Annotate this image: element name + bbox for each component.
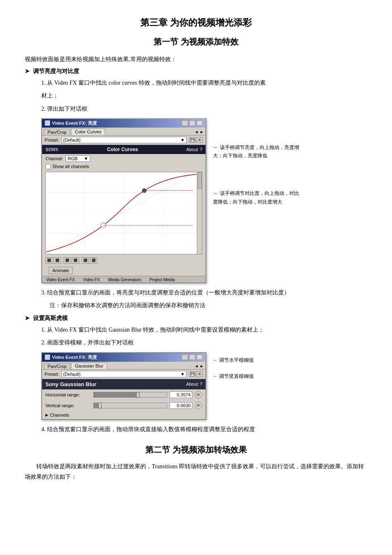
channel-dropdown[interactable]: RGB ▼ <box>66 155 90 162</box>
gb-titlebar-controls[interactable]: _ □ ✕ <box>182 354 203 360</box>
bullet-arrow-icon: ➤ <box>25 68 30 75</box>
gb-horizontal-label: Horizontal range: <box>45 392 91 397</box>
channel-row: Channel RGB ▼ <box>42 154 205 163</box>
step-1-num: 1. 从 Video FX 窗口中找出 color curves 特效，拖动到时… <box>41 80 266 86</box>
bottom-tab-videoeventfx[interactable]: Video Event FX <box>44 277 77 282</box>
preset-save-icon[interactable]: 💾 <box>189 137 196 143</box>
gb-plugin-help: About ? <box>186 382 202 387</box>
gb-preset-icons: 💾 ✕ <box>189 371 203 377</box>
gb-preset-save-icon[interactable]: 💾 <box>189 371 196 377</box>
curves-area[interactable] <box>45 172 202 254</box>
gb-maximize-button[interactable]: □ <box>189 354 196 360</box>
tab-arrow-right-icon[interactable]: ► <box>200 130 204 134</box>
preset-dropdown[interactable]: (Default) ▼ <box>61 137 187 143</box>
annotation-horizontal-text: 调节水平模糊值 <box>219 357 254 363</box>
gaussian-step-4: 4. 结合预览窗口显示的画面，拖动滑块或直接输入数值将模糊程度调整至合适的程度 <box>41 424 367 434</box>
tab-colorcurves[interactable]: Color Curves <box>71 128 105 135</box>
bottom-tab-videofx[interactable]: Video FX <box>80 277 102 282</box>
gb-minimize-button[interactable]: _ <box>182 354 188 360</box>
curves-bottom-icons: ⬛ ⬛ ⬛ ⬛ ⬛ ⬛ <box>42 256 205 265</box>
curves-svg <box>46 172 202 254</box>
curves-area-container <box>42 172 205 254</box>
gb-horizontal-value[interactable]: 0.3574 <box>170 391 192 398</box>
curves-titlebar: Video Event FX: 亮度 _ □ ✕ <box>42 119 205 128</box>
preset-value: (Default) <box>63 138 80 142</box>
show-channels-label: Show all channels <box>52 164 89 169</box>
gb-titlebar-icon <box>45 354 50 360</box>
about-button[interactable]: About <box>186 147 198 152</box>
gb-tab-gaussian[interactable]: Gaussian Blur <box>71 363 107 369</box>
plugin-name: Color Curves <box>107 147 138 152</box>
help-button[interactable]: ? <box>200 147 202 152</box>
channel-label: Channel <box>45 156 62 161</box>
gb-vertical-thumb[interactable] <box>98 403 102 408</box>
gb-tab-arrow-left-icon[interactable]: ◄ <box>194 364 198 368</box>
gb-about-button[interactable]: About <box>186 382 198 387</box>
ic-btn-2[interactable]: ⬛ <box>54 257 61 264</box>
annotation-vertical-text: 调节竖直模糊值 <box>219 373 254 379</box>
gb-channels-row[interactable]: ▶ Channels <box>42 411 205 419</box>
gb-titlebar: Video Event FX: 亮度 _ □ ✕ <box>42 353 205 362</box>
gb-preset-close-icon[interactable]: ✕ <box>196 371 203 377</box>
section2-text: 转场特效是两段素材衔接时加上过渡效果的，Transitions 即转场特效中提供… <box>25 461 367 482</box>
maximize-button[interactable]: □ <box>189 120 196 126</box>
channel-value: RGB <box>68 156 78 161</box>
titlebar-icon <box>45 120 50 126</box>
bottom-tab-projectmedia[interactable]: Project Media <box>147 277 177 282</box>
gb-vertical-row: Vertical range: 0.0630 ⟳ <box>42 400 205 411</box>
annotation-brightness-text: 该手柄调节亮度，向上拖动，亮度增大；向下拖动，亮度降低 <box>213 145 299 159</box>
gb-horizontal-circle-button[interactable]: ⟳ <box>195 391 202 398</box>
section1-title: 第一节 为视频添加特效 <box>25 36 367 47</box>
bullet-gaussian: ➤ 设置高斯虎模 <box>25 315 367 322</box>
ic-btn-3[interactable]: ⬛ <box>64 257 71 264</box>
gaussian-step-2: 2. 画面变得模糊，并弹出如下对话框 <box>41 337 367 348</box>
gb-horizontal-fill <box>94 392 137 397</box>
annotation-contrast: ← 该手柄调节对比度，向上拖动，对比度降低；向下拖动，对比度增大 <box>213 189 304 206</box>
close-button[interactable]: ✕ <box>196 120 203 126</box>
gb-tab-pancrop[interactable]: Pan/Crop <box>44 363 70 369</box>
tab-bar-right: ◄ ► <box>194 130 204 135</box>
tab-arrow-left-icon[interactable]: ◄ <box>194 130 198 134</box>
gb-preset-dropdown[interactable]: (Default) ▼ <box>61 371 187 377</box>
gb-vertical-value[interactable]: 0.0630 <box>170 402 192 409</box>
scrollbar[interactable] <box>197 172 202 254</box>
preset-close-icon[interactable]: ✕ <box>196 137 203 143</box>
animate-button[interactable]: Animate <box>49 267 73 274</box>
gb-horizontal-slider[interactable] <box>93 392 167 398</box>
blur-annotations: ← 调节水平模糊值 ← 调节竖直模糊值 <box>213 352 254 380</box>
gb-plugin-name: Sony Gaussian Blur <box>45 381 97 387</box>
tab-pancrop[interactable]: Pan/Crop <box>44 129 70 135</box>
titlebar-controls[interactable]: _ □ ✕ <box>182 120 203 126</box>
step-2: 2. 弹出如下对话框 <box>41 104 367 114</box>
show-channels-checkbox[interactable] <box>45 164 51 169</box>
gb-tab-arrow-right-icon[interactable]: ► <box>200 364 204 368</box>
ic-btn-1[interactable]: ⬛ <box>45 257 53 264</box>
gb-tab-bar-right: ◄ ► <box>194 364 204 369</box>
annotation-vertical-blur: ← 调节竖直模糊值 <box>213 372 254 380</box>
curves-annotations: ← 该手柄调节亮度，向上拖动，亮度增大；向下拖动，亮度降低 ← 该手柄调节对比度… <box>213 118 304 206</box>
curves-titlebar-text: Video Event FX: 亮度 <box>52 120 97 126</box>
titlebar-left: Video Event FX: 亮度 <box>45 120 97 126</box>
plugin-help: About ? <box>186 147 202 152</box>
annotation-contrast-text: 该手柄调节对比度，向上拖动，对比度降低；向下拖动，对比度增大 <box>213 190 299 204</box>
gb-horizontal-thumb[interactable] <box>136 392 139 398</box>
section1-intro: 视频特效面板是用来给视频加上特殊效果,常用的视频特效： <box>25 54 367 64</box>
scrollbar-thumb[interactable] <box>198 172 202 189</box>
ic-btn-4[interactable]: ⬛ <box>72 257 79 264</box>
gb-tab-bar-left: Pan/Crop Gaussian Blur <box>44 363 107 369</box>
show-channels-row: Show all channels <box>42 163 205 170</box>
step-3-num: 3. 结合预览窗口显示的画面，将亮度与对比度调整至合适的位置（一般增大亮度时要增… <box>41 289 290 296</box>
gb-help-button[interactable]: ? <box>200 382 202 387</box>
ic-btn-5[interactable]: ⬛ <box>82 257 89 264</box>
curves-tab-bar: Pan/Crop Color Curves ◄ ► <box>42 128 205 135</box>
gb-close-button[interactable]: ✕ <box>196 354 203 360</box>
minimize-button[interactable]: _ <box>182 120 188 126</box>
preset-label: Preset: <box>45 138 59 142</box>
gb-vertical-circle-button[interactable]: ⟳ <box>195 402 202 409</box>
gb-vertical-slider[interactable] <box>93 403 167 408</box>
bullet-brightness: ➤ 调节亮度与对比度 <box>25 68 367 75</box>
gb-vertical-label: Vertical range: <box>45 403 91 408</box>
ic-btn-6[interactable]: ⬛ <box>90 257 97 264</box>
bottom-tab-mediagenerators[interactable]: Media Generators <box>106 277 144 282</box>
gb-titlebar-left: Video Event FX: 亮度 <box>45 354 97 361</box>
